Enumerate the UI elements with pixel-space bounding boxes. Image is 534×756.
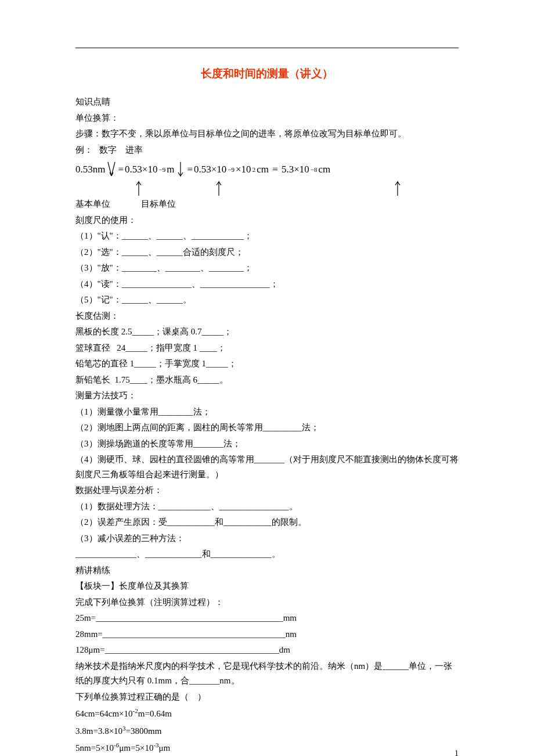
method-l3: （3）测操场跑道的长度等常用_______法； — [75, 437, 459, 452]
conv-p1: 完成下列单位换算（注明演算过程）： — [75, 595, 459, 610]
block1-title: 【板块一】长度单位及其换算 — [75, 579, 459, 594]
est-l3: 铅笔芯的直径 1_____；手掌宽度 1_____； — [75, 357, 459, 372]
ruler-l4: （4）"读"：________________、________________… — [75, 277, 459, 292]
method-header: 测量方法技巧： — [75, 388, 459, 404]
nano-p: 纳米技术是指纳米尺度内的科学技术，它是现代科学技术的前沿。纳米（nm）是____… — [75, 659, 459, 689]
method-l1: （1）测量微小量常用________法； — [75, 405, 459, 420]
error-l4: ______________、_____________和___________… — [75, 547, 459, 562]
practice-header: 精讲精练 — [75, 563, 459, 578]
eq-part-a: 0.53nm — [75, 161, 105, 178]
conv-l3: 128μm=__________________________________… — [75, 643, 459, 658]
unit-labels-row: 基本单位 目标单位 — [75, 197, 459, 212]
mc-stem: 下列单位换算过程正确的是（ ） — [75, 690, 459, 705]
section-knowledge-header: 知识点睛 — [75, 95, 459, 110]
mc-opt-a: 64cm=64cm×10-2m=0.64m — [75, 705, 459, 722]
page-number: 1 — [454, 747, 459, 756]
ruler-l5: （5）"记"：______、______。 — [75, 293, 459, 308]
example-labels: 例： 数字 进率 — [75, 143, 459, 158]
method-l2: （2）测地图上两点间的距离，圆柱的周长等常用_________法； — [75, 420, 459, 435]
conv-l1: 25m=____________________________________… — [75, 611, 459, 626]
arrow-up-icon — [134, 179, 144, 197]
up-arrow-row — [75, 179, 459, 197]
eq-part-c: 0.53×10 — [194, 161, 226, 178]
length-est-header: 长度估测： — [75, 309, 459, 324]
eq-part-d: 5.3×10 — [282, 161, 309, 178]
equation-row: 0.53nm = 0.53×10−9 m = 0.53×10−9 ×102 cm… — [75, 161, 459, 178]
unit-conv-label: 单位换算： — [75, 111, 459, 126]
arrow-down-icon — [106, 161, 117, 178]
arrow-up-icon — [214, 179, 224, 197]
est-l4: 新铅笔长 1.75____；墨水瓶高 6_____。 — [75, 373, 459, 388]
arrow-down-icon — [175, 161, 186, 178]
mc-opt-b: 3.8m=3.8×103=3800mm — [75, 723, 459, 739]
mc-opt-c: 5nm=5×10-6μm=5×10-3μm — [75, 740, 459, 756]
ruler-l2: （2）"选"：______、______合适的刻度尺； — [75, 245, 459, 260]
ruler-use-header: 刻度尺的使用： — [75, 213, 459, 228]
est-l1: 黑板的长度 2.5_____；课桌高 0.7_____； — [75, 325, 459, 340]
doc-title: 长度和时间的测量（讲义） — [75, 64, 459, 83]
unit-conv-steps: 步骤：数字不变，乘以原单位与目标单位之间的进率，将原单位改写为目标单位即可。 — [75, 127, 459, 142]
est-l2: 篮球直径 24_____；指甲宽度 1 ____； — [75, 341, 459, 356]
eq-part-b: 0.53×10 — [125, 161, 157, 178]
error-header: 数据处理与误差分析： — [75, 483, 459, 498]
arrow-up-icon — [392, 179, 403, 197]
error-l3: （3）减小误差的三种方法： — [75, 531, 459, 546]
ruler-l1: （1）"认"：______、______、____________； — [75, 229, 459, 244]
method-l4: （4）测硬币、球、园柱的直径圆锥的高等常用_______（对于用刻度尺不能直接测… — [75, 452, 459, 482]
error-l2: （2）误差产生原因：受___________和___________的限制。 — [75, 515, 459, 530]
error-l1: （1）数据处理方法：____________、________________。 — [75, 499, 459, 514]
conv-l2: 28mm=___________________________________… — [75, 627, 459, 642]
ruler-l3: （3）"放"：________、________、________； — [75, 261, 459, 276]
